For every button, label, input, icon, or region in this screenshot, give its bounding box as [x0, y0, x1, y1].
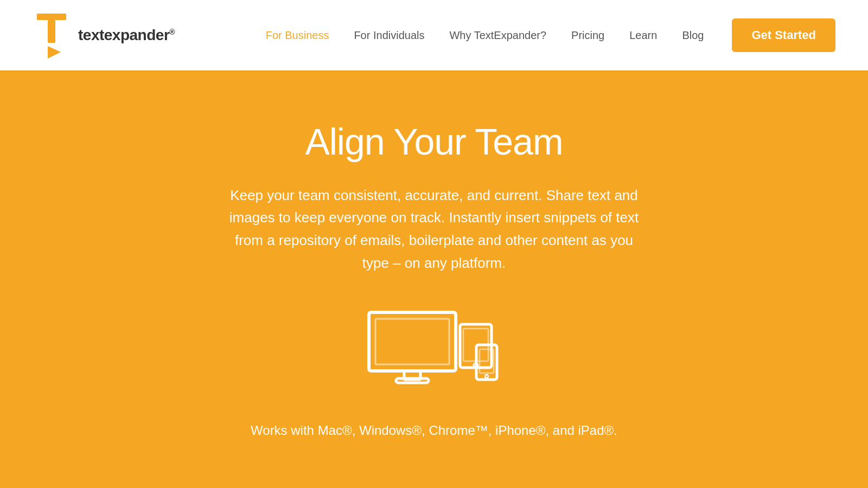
nav-for-business[interactable]: For Business — [256, 25, 339, 46]
svg-rect-4 — [375, 319, 449, 364]
svg-rect-0 — [37, 14, 66, 20]
logo-text: textexpander® — [78, 27, 175, 44]
main-nav: For Business For Individuals Why TextExp… — [256, 18, 835, 52]
nav-for-individuals[interactable]: For Individuals — [344, 25, 434, 46]
nav-learn[interactable]: Learn — [620, 25, 667, 46]
nav-pricing[interactable]: Pricing — [561, 25, 614, 46]
logo-icon — [33, 11, 71, 60]
hero-section: Align Your Team Keep your team consisten… — [0, 70, 868, 488]
svg-point-12 — [485, 375, 488, 378]
hero-title: Align Your Team — [305, 120, 563, 163]
hero-description: Keep your team consistent, accurate, and… — [222, 184, 646, 274]
devices-icon — [363, 307, 505, 396]
devices-illustration — [363, 307, 505, 394]
header: textexpander® For Business For Individua… — [0, 0, 868, 70]
get-started-button[interactable]: Get Started — [732, 18, 835, 52]
svg-rect-3 — [369, 312, 456, 371]
nav-blog[interactable]: Blog — [672, 25, 713, 46]
nav-why-textexpander[interactable]: Why TextExpander? — [439, 25, 556, 46]
hero-platforms: Works with Mac®, Windows®, Chrome™, iPho… — [251, 423, 617, 438]
svg-rect-1 — [48, 20, 55, 43]
svg-marker-2 — [48, 46, 61, 59]
logo[interactable]: textexpander® — [33, 11, 175, 60]
